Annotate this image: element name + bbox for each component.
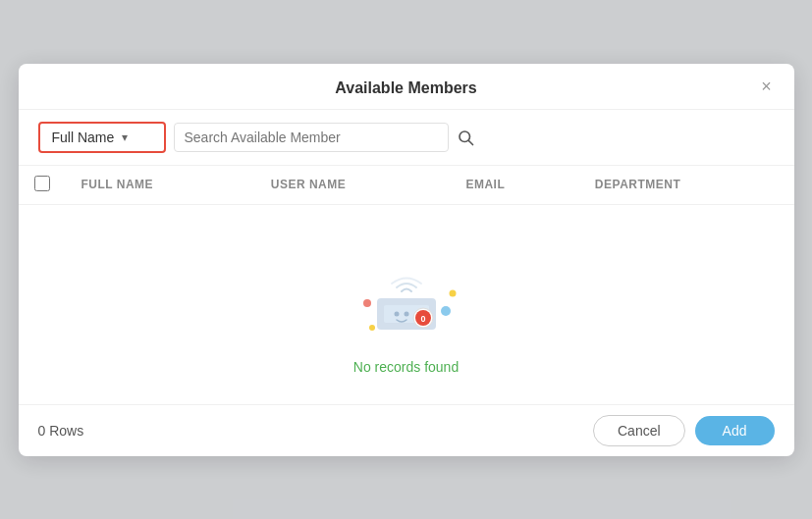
available-members-modal: Available Members × Full Name ▾: [19, 64, 794, 456]
svg-point-5: [404, 311, 408, 316]
modal-header: Available Members ×: [19, 64, 794, 110]
filter-label: Full Name: [52, 130, 115, 145]
svg-point-12: [449, 289, 456, 296]
table-header-row: FULL NAME USER NAME EMAIL DEPARTMENT: [19, 166, 794, 205]
rows-count: 0 Rows: [38, 423, 84, 439]
svg-point-4: [394, 311, 399, 316]
table-container: FULL NAME USER NAME EMAIL DEPARTMENT: [19, 166, 794, 405]
th-email: EMAIL: [450, 166, 578, 205]
empty-state-cell: 0 No records found: [19, 204, 794, 404]
modal-title: Available Members: [335, 79, 476, 97]
empty-illustration: 0: [343, 244, 470, 347]
th-user-name: USER NAME: [255, 166, 451, 205]
th-checkbox: [19, 166, 66, 205]
empty-state-row: 0 No records found: [19, 204, 794, 404]
svg-text:0: 0: [420, 314, 425, 324]
select-all-checkbox[interactable]: [34, 176, 50, 191]
empty-state: 0 No records found: [19, 205, 794, 404]
svg-point-0: [460, 131, 470, 142]
empty-text: No records found: [353, 359, 459, 375]
modal-overlay: Available Members × Full Name ▾: [0, 0, 812, 519]
add-button[interactable]: Add: [695, 416, 775, 445]
search-button[interactable]: [457, 129, 474, 146]
search-bar: Full Name ▾: [19, 110, 794, 166]
search-icon: [457, 129, 474, 146]
modal-footer: 0 Rows Cancel Add: [19, 405, 794, 456]
svg-point-10: [363, 299, 371, 307]
svg-line-1: [468, 140, 472, 144]
th-department: DEPARTMENT: [579, 166, 794, 205]
search-input-wrapper: [174, 123, 449, 152]
search-input[interactable]: [185, 130, 438, 145]
th-full-name: FULL NAME: [66, 166, 255, 205]
filter-dropdown[interactable]: Full Name ▾: [38, 122, 166, 153]
svg-point-11: [441, 306, 451, 316]
cancel-button[interactable]: Cancel: [593, 415, 685, 446]
close-button[interactable]: ×: [755, 75, 779, 98]
members-table: FULL NAME USER NAME EMAIL DEPARTMENT: [19, 166, 794, 404]
svg-point-13: [369, 325, 375, 331]
footer-actions: Cancel Add: [593, 415, 775, 446]
chevron-down-icon: ▾: [122, 130, 128, 144]
